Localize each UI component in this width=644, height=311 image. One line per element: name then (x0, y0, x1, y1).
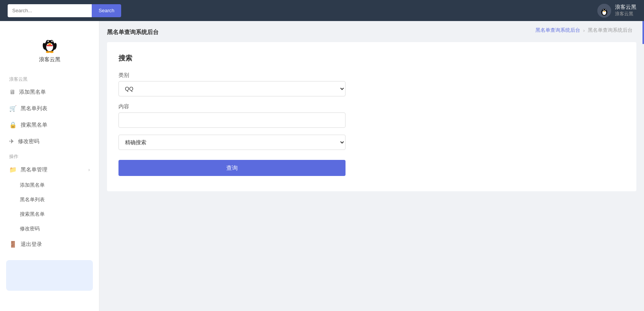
penguin-logo-icon (39, 33, 60, 54)
sidebar-submenu-blacklist: 添加黑名单 黑名单列表 搜索黑名单 修改密码 (0, 178, 99, 236)
sidebar-logo: 浪客云黑 (0, 29, 99, 72)
svg-rect-19 (47, 45, 53, 46)
user-name-display: 浪客云黑 浪客云黑 (615, 4, 636, 17)
sidebar-item-add-blacklist[interactable]: 🖥 添加黑名单 (0, 84, 99, 100)
content-label: 内容 (118, 103, 625, 110)
svg-point-17 (46, 51, 50, 53)
sidebar-item-change-password[interactable]: ✈ 修改密码 (0, 133, 99, 150)
chevron-right-icon: › (88, 167, 90, 173)
sidebar-subitem-blacklist-list[interactable]: 黑名单列表 (0, 192, 99, 207)
svg-point-14 (48, 43, 51, 45)
send-icon: ✈ (9, 138, 14, 145)
breadcrumb-separator: › (583, 28, 585, 33)
sidebar-section-1-label: 浪客云黑 (0, 72, 99, 84)
sidebar-item-blacklist-list-label: 黑名单列表 (21, 105, 47, 112)
user-info-header: 浪客云黑 浪客云黑 (597, 4, 636, 18)
sidebar-item-blacklist-mgmt[interactable]: 📁 黑名单管理 › (0, 161, 99, 178)
category-form-group: 类别 QQ 微信 手机号 邮箱 (118, 72, 625, 96)
sidebar-item-logout-label: 退出登录 (21, 241, 42, 248)
cart-icon: 🛒 (9, 105, 17, 112)
lock-icon: 🔒 (9, 121, 17, 129)
sidebar-subitem-change-pw-label: 修改密码 (20, 225, 40, 232)
svg-point-7 (603, 11, 605, 11)
svg-point-6 (605, 9, 606, 10)
monitor-icon: 🖥 (9, 89, 15, 96)
sidebar-subitem-search-blacklist[interactable]: 搜索黑名单 (0, 207, 99, 221)
sidebar: 浪客云黑 浪客云黑 🖥 添加黑名单 🛒 黑名单列表 🔒 搜索黑名单 ✈ 修改密码… (0, 21, 99, 311)
sidebar-item-add-blacklist-label: 添加黑名单 (19, 89, 46, 96)
form-title: 搜索 (118, 54, 625, 63)
breadcrumb: 黑名单查询系统后台 › 黑名单查询系统后台 (535, 27, 633, 34)
right-accent-bar (642, 21, 644, 44)
content-form-group: 内容 (118, 103, 625, 128)
sidebar-item-search-blacklist-label: 搜索黑名单 (21, 122, 47, 129)
svg-point-13 (51, 41, 53, 42)
main-content: 黑名单查询系统后台 搜索 类别 QQ 微信 手机号 邮箱 内容 精确搜索 模 (99, 21, 644, 311)
sidebar-bottom-card (6, 260, 93, 291)
content-input[interactable] (118, 112, 346, 128)
svg-point-18 (50, 51, 54, 53)
sidebar-brand-name: 浪客云黑 (39, 56, 60, 63)
svg-point-2 (602, 10, 606, 15)
search-input[interactable] (8, 4, 92, 17)
sidebar-subitem-add-label: 添加黑名单 (20, 182, 45, 189)
sidebar-item-change-password-label: 修改密码 (18, 138, 39, 145)
sidebar-item-blacklist-list[interactable]: 🛒 黑名单列表 (0, 100, 99, 117)
top-navigation: Search 浪客云黑 浪客云黑 (0, 0, 644, 21)
breadcrumb-current: 黑名单查询系统后台 (588, 27, 633, 34)
avatar (597, 4, 611, 18)
search-type-select[interactable]: 精确搜索 模糊搜索 (118, 135, 346, 150)
category-select[interactable]: QQ 微信 手机号 邮箱 (118, 81, 346, 96)
sidebar-subitem-search-label: 搜索黑名单 (20, 211, 45, 218)
sidebar-subitem-add-blacklist[interactable]: 添加黑名单 (0, 178, 99, 192)
breadcrumb-link[interactable]: 黑名单查询系统后台 (535, 27, 580, 34)
logout-icon: 🚪 (9, 241, 17, 248)
query-button[interactable]: 查询 (118, 160, 346, 176)
category-label: 类别 (118, 72, 625, 79)
search-button[interactable]: Search (92, 4, 121, 17)
sidebar-item-search-blacklist[interactable]: 🔒 搜索黑名单 (0, 117, 99, 133)
folder-icon: 📁 (9, 166, 17, 173)
svg-point-12 (47, 41, 49, 42)
sidebar-subitem-change-password[interactable]: 修改密码 (0, 221, 99, 236)
sidebar-section-2-label: 操作 (0, 150, 99, 161)
content-card: 搜索 类别 QQ 微信 手机号 邮箱 内容 精确搜索 模糊搜索 (107, 42, 636, 191)
search-bar: Search (8, 4, 121, 17)
search-type-form-group: 精确搜索 模糊搜索 (118, 135, 625, 150)
sidebar-subitem-list-label: 黑名单列表 (20, 196, 45, 203)
sidebar-item-blacklist-mgmt-label: 黑名单管理 (21, 166, 47, 173)
sidebar-item-logout[interactable]: 🚪 退出登录 (0, 236, 99, 252)
svg-point-5 (603, 9, 604, 10)
